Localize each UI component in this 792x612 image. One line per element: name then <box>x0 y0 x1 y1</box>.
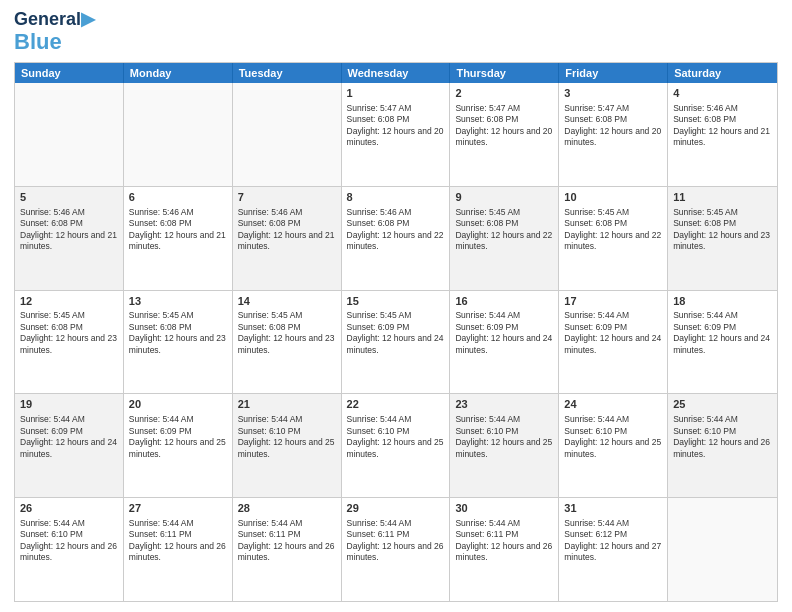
calendar-cell: 8Sunrise: 5:46 AMSunset: 6:08 PMDaylight… <box>342 187 451 290</box>
sunset-text: Sunset: 6:08 PM <box>564 114 627 124</box>
daylight-text: Daylight: 12 hours and 20 minutes. <box>455 126 552 147</box>
day-number: 4 <box>673 86 772 101</box>
day-number: 21 <box>238 397 336 412</box>
calendar-cell: 29Sunrise: 5:44 AMSunset: 6:11 PMDayligh… <box>342 498 451 601</box>
daylight-text: Daylight: 12 hours and 26 minutes. <box>347 541 444 562</box>
sunset-text: Sunset: 6:09 PM <box>20 426 83 436</box>
sunrise-text: Sunrise: 5:44 AM <box>673 414 738 424</box>
daylight-text: Daylight: 12 hours and 27 minutes. <box>564 541 661 562</box>
day-number: 30 <box>455 501 553 516</box>
calendar-cell: 25Sunrise: 5:44 AMSunset: 6:10 PMDayligh… <box>668 394 777 497</box>
day-number: 14 <box>238 294 336 309</box>
sunset-text: Sunset: 6:11 PM <box>238 529 301 539</box>
calendar-cell: 21Sunrise: 5:44 AMSunset: 6:10 PMDayligh… <box>233 394 342 497</box>
daylight-text: Daylight: 12 hours and 26 minutes. <box>238 541 335 562</box>
daylight-text: Daylight: 12 hours and 25 minutes. <box>347 437 444 458</box>
sunrise-text: Sunrise: 5:45 AM <box>347 310 412 320</box>
sunset-text: Sunset: 6:08 PM <box>129 322 192 332</box>
daylight-text: Daylight: 12 hours and 24 minutes. <box>673 333 770 354</box>
sunrise-text: Sunrise: 5:44 AM <box>564 310 629 320</box>
daylight-text: Daylight: 12 hours and 25 minutes. <box>564 437 661 458</box>
day-number: 8 <box>347 190 445 205</box>
weekday-header: Thursday <box>450 63 559 83</box>
calendar-row: 26Sunrise: 5:44 AMSunset: 6:10 PMDayligh… <box>15 497 777 601</box>
daylight-text: Daylight: 12 hours and 24 minutes. <box>347 333 444 354</box>
calendar-cell: 3Sunrise: 5:47 AMSunset: 6:08 PMDaylight… <box>559 83 668 186</box>
calendar-cell: 20Sunrise: 5:44 AMSunset: 6:09 PMDayligh… <box>124 394 233 497</box>
sunset-text: Sunset: 6:08 PM <box>455 218 518 228</box>
sunrise-text: Sunrise: 5:46 AM <box>238 207 303 217</box>
sunset-text: Sunset: 6:09 PM <box>564 322 627 332</box>
sunset-text: Sunset: 6:08 PM <box>238 322 301 332</box>
day-number: 16 <box>455 294 553 309</box>
day-number: 22 <box>347 397 445 412</box>
day-number: 26 <box>20 501 118 516</box>
daylight-text: Daylight: 12 hours and 23 minutes. <box>238 333 335 354</box>
sunrise-text: Sunrise: 5:44 AM <box>455 310 520 320</box>
weekday-header: Wednesday <box>342 63 451 83</box>
sunrise-text: Sunrise: 5:44 AM <box>673 310 738 320</box>
sunrise-text: Sunrise: 5:44 AM <box>347 518 412 528</box>
daylight-text: Daylight: 12 hours and 23 minutes. <box>129 333 226 354</box>
calendar-row: 5Sunrise: 5:46 AMSunset: 6:08 PMDaylight… <box>15 186 777 290</box>
calendar-cell: 22Sunrise: 5:44 AMSunset: 6:10 PMDayligh… <box>342 394 451 497</box>
sunset-text: Sunset: 6:11 PM <box>455 529 518 539</box>
sunset-text: Sunset: 6:08 PM <box>238 218 301 228</box>
day-number: 2 <box>455 86 553 101</box>
sunset-text: Sunset: 6:09 PM <box>347 322 410 332</box>
calendar-cell: 10Sunrise: 5:45 AMSunset: 6:08 PMDayligh… <box>559 187 668 290</box>
sunrise-text: Sunrise: 5:44 AM <box>455 518 520 528</box>
daylight-text: Daylight: 12 hours and 22 minutes. <box>564 230 661 251</box>
sunrise-text: Sunrise: 5:46 AM <box>20 207 85 217</box>
calendar-cell: 13Sunrise: 5:45 AMSunset: 6:08 PMDayligh… <box>124 291 233 394</box>
logo-text2: Blue <box>14 30 62 54</box>
day-number: 19 <box>20 397 118 412</box>
day-number: 6 <box>129 190 227 205</box>
sunrise-text: Sunrise: 5:45 AM <box>564 207 629 217</box>
daylight-text: Daylight: 12 hours and 21 minutes. <box>673 126 770 147</box>
day-number: 20 <box>129 397 227 412</box>
day-number: 29 <box>347 501 445 516</box>
daylight-text: Daylight: 12 hours and 25 minutes. <box>129 437 226 458</box>
day-number: 24 <box>564 397 662 412</box>
daylight-text: Daylight: 12 hours and 26 minutes. <box>673 437 770 458</box>
calendar-cell: 2Sunrise: 5:47 AMSunset: 6:08 PMDaylight… <box>450 83 559 186</box>
calendar-cell: 9Sunrise: 5:45 AMSunset: 6:08 PMDaylight… <box>450 187 559 290</box>
day-number: 7 <box>238 190 336 205</box>
sunset-text: Sunset: 6:08 PM <box>347 218 410 228</box>
sunset-text: Sunset: 6:11 PM <box>347 529 410 539</box>
calendar-cell: 17Sunrise: 5:44 AMSunset: 6:09 PMDayligh… <box>559 291 668 394</box>
sunrise-text: Sunrise: 5:44 AM <box>238 518 303 528</box>
weekday-header: Monday <box>124 63 233 83</box>
calendar-cell: 4Sunrise: 5:46 AMSunset: 6:08 PMDaylight… <box>668 83 777 186</box>
day-number: 11 <box>673 190 772 205</box>
daylight-text: Daylight: 12 hours and 24 minutes. <box>455 333 552 354</box>
daylight-text: Daylight: 12 hours and 21 minutes. <box>238 230 335 251</box>
daylight-text: Daylight: 12 hours and 26 minutes. <box>129 541 226 562</box>
sunset-text: Sunset: 6:10 PM <box>564 426 627 436</box>
day-number: 31 <box>564 501 662 516</box>
daylight-text: Daylight: 12 hours and 23 minutes. <box>20 333 117 354</box>
daylight-text: Daylight: 12 hours and 22 minutes. <box>455 230 552 251</box>
logo-text: General▶ <box>14 10 95 30</box>
calendar: SundayMondayTuesdayWednesdayThursdayFrid… <box>14 62 778 602</box>
calendar-cell <box>233 83 342 186</box>
daylight-text: Daylight: 12 hours and 20 minutes. <box>347 126 444 147</box>
sunrise-text: Sunrise: 5:44 AM <box>129 518 194 528</box>
calendar-cell <box>668 498 777 601</box>
calendar-body: 1Sunrise: 5:47 AMSunset: 6:08 PMDaylight… <box>15 83 777 601</box>
daylight-text: Daylight: 12 hours and 25 minutes. <box>238 437 335 458</box>
calendar-cell: 28Sunrise: 5:44 AMSunset: 6:11 PMDayligh… <box>233 498 342 601</box>
sunrise-text: Sunrise: 5:45 AM <box>673 207 738 217</box>
daylight-text: Daylight: 12 hours and 22 minutes. <box>347 230 444 251</box>
calendar-cell: 7Sunrise: 5:46 AMSunset: 6:08 PMDaylight… <box>233 187 342 290</box>
sunset-text: Sunset: 6:08 PM <box>673 218 736 228</box>
calendar-cell: 15Sunrise: 5:45 AMSunset: 6:09 PMDayligh… <box>342 291 451 394</box>
sunrise-text: Sunrise: 5:45 AM <box>20 310 85 320</box>
sunset-text: Sunset: 6:08 PM <box>455 114 518 124</box>
sunrise-text: Sunrise: 5:45 AM <box>238 310 303 320</box>
day-number: 17 <box>564 294 662 309</box>
sunset-text: Sunset: 6:08 PM <box>129 218 192 228</box>
logo: General▶ Blue <box>14 10 95 54</box>
daylight-text: Daylight: 12 hours and 24 minutes. <box>20 437 117 458</box>
